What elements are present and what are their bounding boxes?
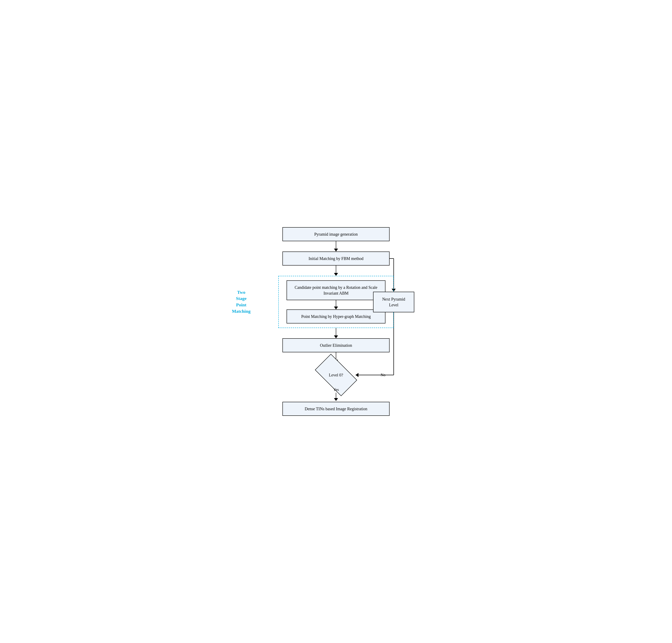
yes-arrow-wrapper: Yes (333, 387, 339, 402)
diamond-container: Level 0? (310, 363, 362, 387)
no-label: No (381, 373, 385, 377)
flowchart: Pyramid image generation Initial Matchin… (258, 227, 414, 416)
hyper-graph-box: Point Matching by Hyper-graph Matching (287, 310, 385, 324)
initial-matching-label: Initial Matching by FBM method (309, 256, 364, 261)
hyper-graph-label: Point Matching by Hyper-graph Matching (301, 314, 371, 319)
dense-tins-label: Dense TINs based Image Registration (305, 407, 367, 411)
next-pyramid-box: Next Pyramid Level (373, 292, 414, 312)
pyramid-gen-label: Pyramid image generation (314, 232, 358, 236)
arrow-yes (334, 393, 338, 401)
initial-matching-box: Initial Matching by FBM method (283, 252, 389, 266)
outlier-box: Outlier Elimination (283, 338, 389, 352)
two-stage-label: Two Stage Point Matching (229, 289, 253, 315)
pyramid-gen-box: Pyramid image generation (283, 227, 389, 241)
arrow-4 (334, 328, 338, 338)
diagram-container: Pyramid image generation Initial Matchin… (258, 227, 414, 416)
diamond-label: Level 0? (329, 373, 343, 377)
two-stage-section-wrapper: Two Stage Point Matching Candidate point… (258, 276, 414, 328)
candidate-matching-box: Candidate point matching by a Rotation a… (287, 280, 385, 300)
next-pyramid-wrapper: Next Pyramid Level (373, 292, 414, 312)
arrow-3 (334, 300, 338, 310)
arrow-2 (334, 266, 338, 276)
yes-label: Yes (333, 387, 339, 392)
arrow-1 (334, 241, 338, 252)
next-pyramid-label: Next Pyramid Level (382, 297, 405, 307)
dense-tins-box: Dense TINs based Image Registration (283, 402, 389, 416)
outlier-label: Outlier Elimination (320, 343, 352, 348)
candidate-matching-label: Candidate point matching by a Rotation a… (295, 285, 377, 295)
diamond-wrapper-outer: Level 0? No (258, 363, 414, 387)
